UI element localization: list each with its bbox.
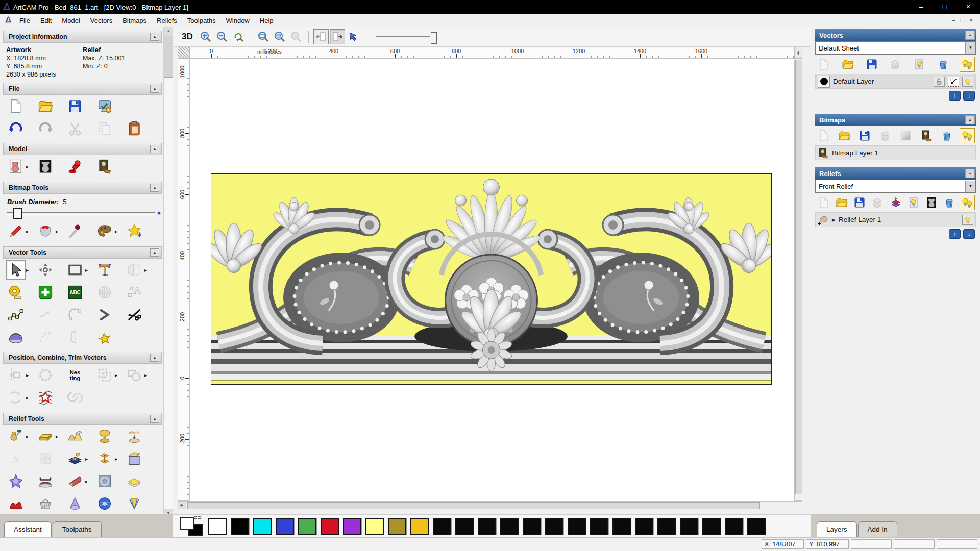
save-bitmap-icon[interactable]: [857, 128, 872, 143]
menu-item[interactable]: Help: [255, 15, 279, 26]
swatch-black[interactable]: [612, 518, 631, 535]
flyout-arrow-icon[interactable]: ▸: [115, 456, 117, 462]
merge-bitmap-layers-icon[interactable]: [877, 128, 893, 143]
group-vectors-icon[interactable]: [95, 365, 114, 385]
redo-icon[interactable]: [36, 119, 55, 138]
snap-layer-icon[interactable]: [948, 77, 959, 87]
adjust-model-icon[interactable]: [36, 157, 55, 176]
free-sketch-icon[interactable]: [36, 305, 55, 324]
slider-handle[interactable]: [13, 208, 22, 219]
zoom-selection-icon[interactable]: [288, 29, 304, 44]
align-vectors-icon[interactable]: [6, 365, 26, 385]
paste-relief-icon[interactable]: [95, 449, 114, 468]
swatch-red[interactable]: [321, 518, 339, 535]
zoom-out-icon[interactable]: [214, 29, 230, 44]
turn-relief-icon[interactable]: [6, 494, 26, 513]
close-button[interactable]: ×: [957, 0, 980, 14]
vertical-scrollbar[interactable]: [794, 59, 802, 501]
toggle-relief-visibility-icon[interactable]: [906, 195, 921, 210]
collapse-file-button[interactable]: ▲: [150, 85, 159, 93]
swatch-black[interactable]: [702, 518, 721, 535]
zoom-objects-icon[interactable]: [272, 29, 287, 44]
bitmap-to-relief-icon[interactable]: [919, 128, 934, 143]
extrude-relief-icon[interactable]: [65, 494, 85, 513]
horizontal-scrollbar-thumb[interactable]: [187, 502, 760, 509]
create-text-icon[interactable]: [95, 260, 114, 280]
slider-track[interactable]: [7, 212, 155, 215]
flyout-arrow-icon[interactable]: ▸: [26, 434, 29, 439]
move-layer-up-button[interactable]: ↑: [949, 91, 961, 101]
resize-view-icon[interactable]: [346, 29, 361, 44]
colour-palette-icon[interactable]: [95, 221, 114, 241]
bitmap-layer-name[interactable]: Bitmap Layer 1: [832, 149, 878, 157]
open-relief-icon[interactable]: [834, 195, 849, 210]
mesh-relief-icon[interactable]: [36, 494, 55, 513]
scale-relief-icon[interactable]: [95, 427, 114, 446]
swatch-black[interactable]: [747, 518, 766, 535]
text-on-curve-icon[interactable]: [36, 365, 55, 385]
trim-vectors-icon[interactable]: [125, 305, 144, 324]
layer-visibility-icon[interactable]: [962, 77, 973, 87]
collapse-bitmaps-button[interactable]: ▲: [965, 115, 975, 124]
create-rectangle-icon[interactable]: [65, 260, 85, 280]
transform-vectors-icon[interactable]: [36, 260, 55, 280]
flyout-arrow-icon[interactable]: ▸: [56, 229, 58, 234]
wrap-vectors-icon[interactable]: [6, 328, 26, 347]
show-all-relief-layers-icon[interactable]: [960, 195, 975, 210]
block-paste-icon[interactable]: [125, 283, 144, 302]
primary-colour-swatch[interactable]: [180, 517, 194, 530]
flood-fill-icon[interactable]: [125, 221, 144, 241]
convert-text-icon[interactable]: [65, 283, 85, 302]
flyout-arrow-icon[interactable]: ▸: [26, 372, 29, 378]
zoom-in-icon[interactable]: [198, 29, 213, 44]
copy-icon[interactable]: [95, 119, 114, 138]
fit-vectors-icon[interactable]: [36, 388, 55, 407]
zoom-window-icon[interactable]: [256, 29, 271, 44]
flyout-arrow-icon[interactable]: ▸: [56, 434, 58, 439]
relief-layer-row[interactable]: ▶ Relief Layer 1: [815, 212, 976, 227]
texture-relief-icon[interactable]: [95, 471, 114, 491]
link-colours-icon[interactable]: ⊂⊃: [193, 515, 202, 520]
dropdown-arrow-icon[interactable]: ▼: [965, 42, 975, 54]
join-vectors-icon[interactable]: [6, 388, 26, 407]
smooth-relief-icon[interactable]: [65, 427, 85, 446]
mirror-merge-icon[interactable]: [65, 328, 85, 347]
swatch-black[interactable]: [635, 518, 653, 535]
create-shape-icon[interactable]: [36, 427, 55, 446]
swatch-gold[interactable]: [410, 518, 429, 535]
swatch-black[interactable]: [455, 518, 474, 535]
move-layer-down-button[interactable]: ↓: [963, 229, 975, 239]
mirror-vectors-icon[interactable]: [125, 260, 144, 280]
assistant-scrollbar[interactable]: ▲ ▼: [163, 27, 173, 518]
minimize-button[interactable]: –: [910, 0, 933, 14]
interlocking-join-icon[interactable]: [65, 388, 85, 407]
weld-vectors-icon[interactable]: [125, 365, 144, 385]
swatch-blue[interactable]: [276, 518, 294, 535]
flyout-arrow-icon[interactable]: ▸: [85, 267, 88, 273]
model-options-icon[interactable]: [95, 96, 114, 116]
scroll-up-icon[interactable]: ▲: [164, 27, 173, 36]
collapse-position-button[interactable]: ▲: [150, 354, 159, 362]
move-layer-up-button[interactable]: ↑: [949, 229, 961, 239]
delete-bitmap-layer-icon[interactable]: [939, 128, 954, 143]
flyout-arrow-icon[interactable]: ▸: [115, 372, 117, 378]
flyout-arrow-icon[interactable]: ▸: [26, 267, 29, 273]
relief-selector[interactable]: Front Relief ▼: [815, 180, 976, 193]
add-vector-icon[interactable]: [36, 283, 55, 302]
brush-diameter-slider[interactable]: ◆: [7, 208, 155, 218]
menu-item[interactable]: Vectors: [85, 15, 117, 26]
flyout-arrow-icon[interactable]: ▸: [85, 479, 88, 484]
two-rail-sweep-icon[interactable]: [65, 471, 85, 491]
flyout-arrow-icon[interactable]: ▸: [26, 395, 29, 400]
transfer-relief-icon[interactable]: [888, 195, 903, 210]
zoom-previous-icon[interactable]: [231, 29, 246, 44]
vector-layer-row[interactable]: Default Layer: [815, 74, 976, 89]
weave-wizard-icon[interactable]: [36, 449, 55, 468]
vertical-scrollbar-thumb[interactable]: [795, 60, 802, 494]
collapse-model-button[interactable]: ▲: [150, 145, 159, 153]
open-model-icon[interactable]: [36, 96, 55, 116]
move-layer-down-button[interactable]: ↓: [963, 91, 975, 101]
menu-item[interactable]: File: [14, 15, 35, 26]
tab-toolpaths[interactable]: Toolpaths: [53, 521, 102, 537]
ruler-options-button[interactable]: ▲▼: [794, 47, 802, 59]
